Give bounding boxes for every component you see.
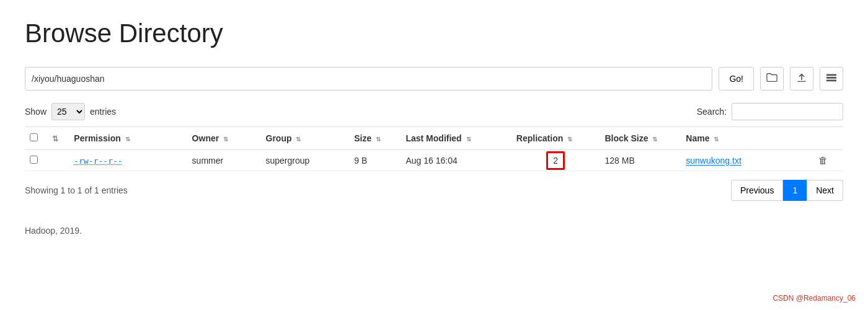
search-input[interactable]	[732, 103, 843, 120]
row-blocksize-cell: 128 MB	[600, 150, 681, 171]
sort-replication-icon: ⇅	[567, 136, 572, 143]
showing-text: Showing 1 to 1 of 1 entries	[25, 185, 128, 195]
size-value: 9 B	[354, 156, 367, 166]
header-checkbox-col	[25, 127, 47, 150]
footer-text: Hadoop, 2019.	[25, 226, 843, 236]
sort-blocksize-icon: ⇅	[652, 136, 657, 143]
table-controls: Show 10 25 50 100 entries Search:	[25, 103, 843, 120]
path-input[interactable]	[25, 67, 712, 91]
sort-updown-icon: ⇅	[52, 135, 58, 143]
filename-link[interactable]: sunwukong.txt	[686, 156, 742, 166]
previous-button[interactable]: Previous	[731, 180, 783, 201]
row-lastmod-cell: Aug 16 16:04	[401, 150, 511, 171]
table-row: -rw-r--r-- summer supergroup 9 B Aug 16 …	[25, 150, 843, 171]
select-all-checkbox[interactable]	[30, 133, 38, 141]
replication-value: 2	[546, 151, 565, 170]
group-value: supergroup	[266, 156, 310, 166]
row-replication-cell: 2	[512, 150, 600, 171]
owner-value: summer	[192, 156, 224, 166]
header-size[interactable]: Size ⇅	[349, 127, 401, 150]
entries-select[interactable]: 10 25 50 100	[51, 103, 85, 120]
row-permission-cell: -rw-r--r--	[69, 150, 187, 171]
blocksize-value: 128 MB	[605, 156, 635, 166]
header-owner[interactable]: Owner ⇅	[187, 127, 261, 150]
list-icon-button[interactable]	[820, 67, 843, 91]
row-action-cell: 🗑	[813, 150, 843, 171]
svg-rect-0	[826, 74, 836, 76]
header-name[interactable]: Name ⇅	[681, 127, 813, 150]
page-title: Browse Directory	[25, 19, 843, 48]
header-replication[interactable]: Replication ⇅	[512, 127, 600, 150]
show-label: Show	[25, 107, 46, 117]
svg-rect-1	[826, 77, 836, 79]
svg-rect-2	[826, 80, 836, 82]
row-group-cell: supergroup	[261, 150, 350, 171]
search-bar: Search:	[697, 103, 843, 120]
delete-icon[interactable]: 🗑	[818, 155, 828, 166]
sort-owner-icon: ⇅	[223, 136, 228, 143]
search-label: Search:	[697, 107, 727, 117]
upload-icon	[796, 72, 807, 86]
path-bar: Go!	[25, 67, 843, 91]
permission-value[interactable]: -rw-r--r--	[74, 156, 122, 166]
header-group[interactable]: Group ⇅	[261, 127, 350, 150]
entries-label: entries	[90, 107, 116, 117]
row-sort-cell	[47, 150, 69, 171]
row-size-cell: 9 B	[349, 150, 401, 171]
go-button[interactable]: Go!	[719, 67, 754, 91]
header-last-modified[interactable]: Last Modified ⇅	[401, 127, 511, 150]
next-button[interactable]: Next	[807, 180, 843, 201]
sort-group-icon: ⇅	[296, 136, 301, 143]
pagination-bar: Showing 1 to 1 of 1 entries Previous 1 N…	[25, 180, 843, 201]
sort-name-icon: ⇅	[714, 136, 719, 143]
page-1-button[interactable]: 1	[783, 180, 807, 201]
sort-size-icon: ⇅	[376, 136, 381, 143]
row-owner-cell: summer	[187, 150, 261, 171]
show-entries-control: Show 10 25 50 100 entries	[25, 103, 116, 120]
row-checkbox[interactable]	[30, 156, 38, 164]
folder-icon	[766, 73, 777, 85]
list-icon	[826, 73, 837, 84]
header-block-size[interactable]: Block Size ⇅	[600, 127, 681, 150]
pagination-controls: Previous 1 Next	[731, 180, 843, 201]
header-sort-col: ⇅	[47, 127, 69, 150]
sort-lastmod-icon: ⇅	[466, 136, 471, 143]
row-name-cell: sunwukong.txt	[681, 150, 813, 171]
folder-icon-button[interactable]	[760, 67, 784, 91]
sort-permission-icon: ⇅	[125, 136, 130, 143]
watermark: CSDN @Redamancy_06	[773, 294, 856, 303]
file-table: ⇅ Permission ⇅ Owner ⇅ Group ⇅ Size ⇅ La…	[25, 126, 843, 171]
table-header-row: ⇅ Permission ⇅ Owner ⇅ Group ⇅ Size ⇅ La…	[25, 127, 843, 150]
row-checkbox-cell	[25, 150, 47, 171]
header-permission[interactable]: Permission ⇅	[69, 127, 187, 150]
header-action	[813, 127, 843, 150]
lastmod-value: Aug 16 16:04	[405, 156, 457, 166]
upload-icon-button[interactable]	[790, 67, 813, 91]
